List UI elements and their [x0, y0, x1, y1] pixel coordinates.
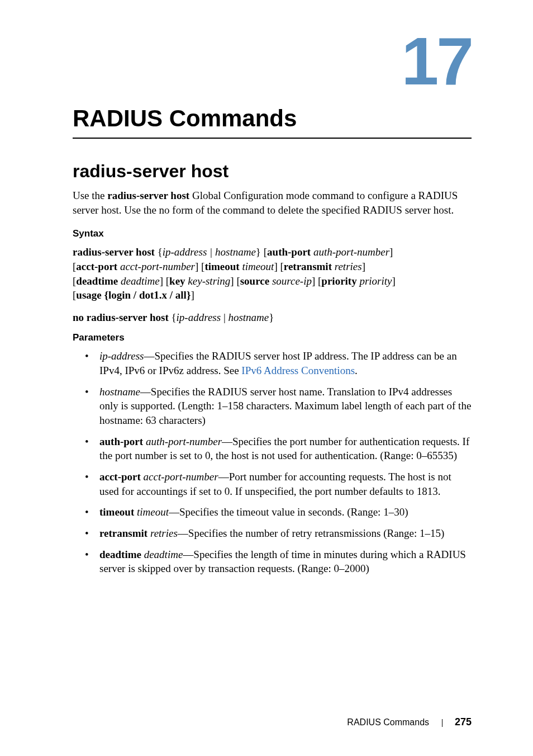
- syntax-arg: hostname: [228, 311, 269, 323]
- syntax-arg: ip-address: [163, 246, 207, 258]
- param-desc: Specifies the number of retry retransmis…: [188, 527, 445, 539]
- syntax-bracket: [: [163, 275, 169, 287]
- param-desc: Specifies the timeout value in seconds. …: [179, 506, 408, 518]
- syntax-keyword: source: [240, 275, 272, 287]
- horizontal-rule: [73, 138, 472, 139]
- syntax-brace: {: [155, 246, 163, 258]
- syntax-arg: auth-port-number: [313, 246, 389, 258]
- param-dash: —: [140, 386, 151, 398]
- syntax-bracket: ]: [389, 246, 393, 258]
- param-term-bold: retransmit: [99, 527, 150, 539]
- param-term: hostname: [99, 386, 140, 398]
- parameter-item: acct-port acct-port-number—Port number f…: [89, 470, 472, 498]
- syntax-arg: ip-address: [177, 311, 221, 323]
- section-intro: Use the radius-server host Global Config…: [73, 188, 472, 217]
- syntax-option: all: [175, 289, 187, 301]
- syntax-keyword: retransmit: [284, 261, 335, 272]
- parameter-item: auth-port auth-port-number—Specifies the…: [89, 434, 472, 463]
- param-term: ip-address: [99, 350, 144, 362]
- param-dash: —: [222, 436, 232, 447]
- syntax-bracket: [: [261, 246, 267, 258]
- param-dash: —: [218, 471, 229, 483]
- syntax-option: login: [108, 289, 134, 301]
- syntax-arg: deadtime: [121, 275, 160, 287]
- footer-divider-icon: [442, 719, 442, 727]
- param-term: timeout: [137, 506, 169, 518]
- parameter-item: retransmit retries—Specifies the number …: [89, 526, 472, 541]
- param-desc: Specifies the RADIUS server host name. T…: [99, 386, 471, 426]
- footer-section: RADIUS Commands: [347, 717, 429, 727]
- parameters-heading: Parameters: [73, 332, 472, 343]
- param-term: retries: [150, 527, 178, 539]
- param-term: acct-port-number: [144, 471, 218, 483]
- syntax-pipe: /: [134, 289, 139, 301]
- parameter-item: timeout timeout—Specifies the timeout va…: [89, 505, 472, 519]
- syntax-brace: }: [256, 246, 261, 258]
- param-tail: .: [355, 365, 358, 376]
- syntax-keyword: acct-port: [76, 261, 120, 272]
- syntax-cmd: no radius-server host: [73, 311, 169, 323]
- page-footer: RADIUS Commands 275: [347, 716, 472, 728]
- syntax-brace: {: [169, 311, 177, 323]
- syntax-arg: priority: [359, 275, 392, 287]
- parameter-item: ip-address—Specifies the RADIUS server h…: [89, 349, 472, 377]
- syntax-bracket: ]: [191, 289, 194, 301]
- syntax-pipe: |: [221, 311, 228, 323]
- syntax-option: dot1.x: [139, 289, 170, 301]
- parameter-item: hostname—Specifies the RADIUS server hos…: [89, 385, 472, 428]
- param-term-bold: auth-port: [99, 436, 146, 447]
- syntax-line-1: radius-server host {ip-address | hostnam…: [73, 245, 472, 303]
- syntax-keyword: deadtime: [76, 275, 121, 287]
- syntax-keyword: timeout: [204, 261, 242, 272]
- syntax-brace: {: [104, 289, 108, 301]
- param-term-bold: deadtime: [99, 549, 144, 560]
- parameter-item: deadtime deadtime—Specifies the length o…: [89, 547, 472, 576]
- syntax-bracket: [: [315, 275, 321, 287]
- syntax-arg: acct-port-number: [120, 261, 195, 272]
- syntax-arg: timeout: [242, 261, 274, 272]
- param-term-bold: acct-port: [99, 471, 144, 483]
- syntax-keyword: key: [169, 275, 188, 287]
- syntax-arg: hostname: [215, 246, 256, 258]
- param-dash: —: [178, 527, 188, 539]
- param-link[interactable]: IPv6 Address Conventions: [241, 365, 355, 376]
- param-term-bold: timeout: [99, 506, 137, 518]
- syntax-keyword: priority: [321, 275, 359, 287]
- syntax-pipe: |: [207, 246, 215, 258]
- syntax-keyword: usage: [76, 289, 104, 301]
- syntax-pipe: /: [170, 289, 175, 301]
- syntax-bracket: [: [234, 275, 240, 287]
- param-term: auth-port-number: [146, 436, 222, 447]
- param-dash: —: [144, 350, 155, 362]
- syntax-bracket: [: [198, 261, 204, 272]
- syntax-bracket: ]: [392, 275, 396, 287]
- section-title: radius-server host: [73, 161, 472, 182]
- parameters-list: ip-address—Specifies the RADIUS server h…: [73, 349, 472, 575]
- syntax-bracket: ]: [362, 261, 365, 272]
- footer-page-number: 275: [455, 716, 472, 727]
- syntax-keyword: auth-port: [267, 246, 313, 258]
- syntax-brace: }: [269, 311, 274, 323]
- chapter-number: 17: [73, 22, 472, 100]
- syntax-arg: retries: [335, 261, 362, 272]
- param-term: deadtime: [144, 549, 183, 560]
- syntax-heading: Syntax: [73, 228, 472, 239]
- syntax-bracket: [: [278, 261, 284, 272]
- syntax-arg: source-ip: [272, 275, 312, 287]
- chapter-title: RADIUS Commands: [73, 105, 472, 132]
- param-dash: —: [183, 549, 193, 560]
- syntax-no-line: no radius-server host {ip-address | host…: [73, 310, 472, 325]
- syntax-arg: key-string: [188, 275, 230, 287]
- param-dash: —: [169, 506, 179, 518]
- syntax-cmd: radius-server host: [73, 246, 155, 258]
